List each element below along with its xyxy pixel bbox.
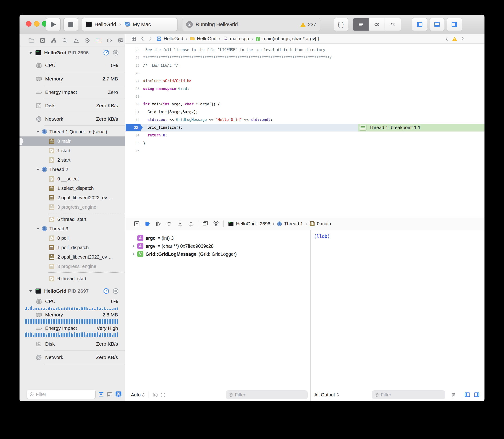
line-number[interactable]: 30: [125, 100, 142, 108]
debug-crumb-frame[interactable]: 0 main: [309, 221, 331, 227]
variables-filter-field[interactable]: [226, 390, 308, 399]
test-navigator-icon[interactable]: [84, 37, 91, 44]
stack-frame-row[interactable]: 6 thread_start: [20, 215, 125, 224]
memory-graph-button[interactable]: [212, 220, 220, 228]
source-control-navigator-icon[interactable]: [39, 37, 46, 44]
back-icon[interactable]: [140, 36, 145, 41]
info-icon[interactable]: [160, 392, 166, 398]
disclosure-icon[interactable]: [132, 245, 135, 248]
stack-frame-row[interactable]: 1 select_dispatch: [20, 183, 125, 193]
continue-button[interactable]: [154, 220, 163, 228]
step-over-button[interactable]: [165, 220, 173, 228]
stack-frame-row[interactable]: 1 start: [20, 146, 125, 155]
debug-navigator-icon[interactable]: [95, 37, 102, 44]
stack-frame-row[interactable]: 0 __select: [20, 174, 125, 183]
gauge-row-network[interactable]: NetworkZero KB/s: [20, 112, 125, 126]
line-number[interactable]: 34: [125, 132, 142, 139]
debug-crumb-thread[interactable]: Thread 1: [277, 221, 303, 227]
stack-frame-row[interactable]: 3 progress_engine: [20, 262, 125, 271]
forward-icon[interactable]: [148, 36, 152, 41]
stack-frame-row[interactable]: 2 opal_libevent2022_ev…: [20, 252, 125, 262]
code-line-23[interactable]: 23 See the full license in the file "LIC…: [125, 46, 484, 54]
source-editor[interactable]: 23 See the full license in the file "LIC…: [125, 44, 484, 218]
previous-issue-icon[interactable]: [445, 37, 448, 41]
toggle-navigator-button[interactable]: [412, 18, 427, 31]
scheme-selector[interactable]: HelloGrid › My Mac: [82, 18, 177, 31]
variable-row[interactable]: VGrid::GridLogMessage(Grid::GridLogger): [125, 250, 310, 258]
thread-row[interactable]: Thread 1 Queue:...d (serial): [20, 127, 125, 136]
stack-frame-row[interactable]: 0 poll: [20, 233, 125, 243]
lldb-console[interactable]: (lldb): [311, 230, 484, 388]
standard-editor-button[interactable]: [353, 18, 369, 31]
process-row[interactable]: HelloGridPID 2697: [20, 285, 125, 297]
variable-row[interactable]: Aargc= (int) 3: [125, 234, 310, 242]
navigator-filter-field[interactable]: [27, 390, 96, 399]
stack-frame-row[interactable]: 3 progress_engine: [20, 202, 125, 212]
close-window-button[interactable]: [26, 21, 32, 27]
view-process-by-queue-icon[interactable]: [106, 391, 113, 398]
gauge-row-energy-impact[interactable]: Energy ImpactZero: [20, 85, 125, 99]
line-number[interactable]: 31: [125, 108, 142, 116]
gauge-row-network[interactable]: NetworkZero KB/s: [20, 351, 125, 364]
issue-navigator-icon[interactable]: [73, 37, 80, 44]
toggle-variables-view-icon[interactable]: [464, 391, 471, 398]
gauge-row-disk[interactable]: DiskZero KB/s: [20, 337, 125, 351]
stop-button[interactable]: [63, 18, 78, 31]
assistant-editor-button[interactable]: [369, 18, 385, 31]
breakpoint-annotation[interactable]: Thread 1: breakpoint 1.1: [358, 124, 484, 132]
toggle-debug-area-button[interactable]: [429, 18, 445, 31]
code-line-33[interactable]: 33 Grid_finalize();Thread 1: breakpoint …: [125, 124, 484, 132]
code-line-36[interactable]: 36: [125, 147, 484, 155]
version-editor-button[interactable]: [385, 18, 401, 31]
breadcrumb-symbol[interactable]: f main(int argc, char * argv[]): [255, 36, 319, 41]
gauge-row-cpu[interactable]: CPU6%: [20, 297, 125, 310]
process-row[interactable]: HelloGridPID 2696: [20, 47, 125, 59]
code-line-30[interactable]: 30int main(int argc, char * argv[]) {: [125, 100, 484, 108]
breadcrumb-file[interactable]: C++ main.cpp: [223, 36, 249, 41]
line-number[interactable]: 26: [125, 69, 142, 77]
thread-row[interactable]: Thread 2: [20, 165, 125, 174]
variables-filter-input[interactable]: [235, 392, 305, 398]
activity-viewer[interactable]: 2 Running HelloGrid 237: [182, 18, 320, 31]
navigator-filter-input[interactable]: [36, 392, 93, 397]
code-line-27[interactable]: 27#include <Grid/Grid.h>: [125, 77, 484, 85]
line-number[interactable]: 36: [125, 147, 142, 155]
code-line-25[interactable]: 25/* END LEGAL */: [125, 62, 484, 69]
thread-row[interactable]: Thread 3: [20, 224, 125, 233]
minimize-window-button[interactable]: [34, 21, 39, 27]
code-line-34[interactable]: 34 return 0;: [125, 132, 484, 139]
disclosure-icon[interactable]: [132, 253, 135, 256]
find-navigator-icon[interactable]: [61, 37, 68, 44]
line-number[interactable]: 32: [125, 116, 142, 124]
step-into-button[interactable]: [176, 220, 184, 228]
debug-crumb-process[interactable]: HelloGrid - 2696: [228, 221, 270, 227]
warning-count[interactable]: 237: [300, 21, 316, 27]
gauge-row-cpu[interactable]: CPU0%: [20, 59, 125, 72]
view-process-by-thread-icon[interactable]: [115, 391, 122, 398]
line-number[interactable]: 29: [125, 93, 142, 100]
line-number[interactable]: 28: [125, 85, 142, 93]
scope-stepper-icon[interactable]: [141, 392, 145, 398]
line-number[interactable]: 23: [125, 46, 142, 54]
breadcrumb-group[interactable]: HelloGrid: [190, 36, 216, 41]
output-stepper-icon[interactable]: [336, 392, 340, 398]
debug-view-hierarchy-button[interactable]: [201, 220, 209, 228]
line-number[interactable]: 27: [125, 77, 142, 85]
report-navigator-icon[interactable]: [117, 37, 124, 44]
gauge-row-memory[interactable]: Memory2.8 MB: [20, 310, 125, 324]
stack-frame-row[interactable]: 0 main: [20, 136, 125, 146]
code-line-35[interactable]: 35}: [125, 139, 484, 147]
code-line-28[interactable]: 28using namespace Grid;: [125, 85, 484, 93]
toggle-console-view-icon[interactable]: [473, 391, 480, 398]
breakpoint-line-badge[interactable]: 33: [126, 124, 143, 131]
filter-running-blocks-icon[interactable]: [98, 391, 104, 398]
step-out-button[interactable]: [187, 220, 195, 228]
issue-warning-icon[interactable]: [452, 36, 457, 42]
code-line-32[interactable]: 32 std::cout << GridLogMessage << "Hello…: [125, 116, 484, 124]
variable-row[interactable]: Aargv= (char **) 0x7ffee9039c28: [125, 242, 310, 250]
line-number[interactable]: 24: [125, 54, 142, 62]
next-issue-icon[interactable]: [461, 37, 465, 41]
breakpoint-navigator-icon[interactable]: [106, 37, 113, 44]
console-filter-input[interactable]: [381, 392, 443, 398]
code-line-24[interactable]: 24**************************************…: [125, 54, 484, 62]
